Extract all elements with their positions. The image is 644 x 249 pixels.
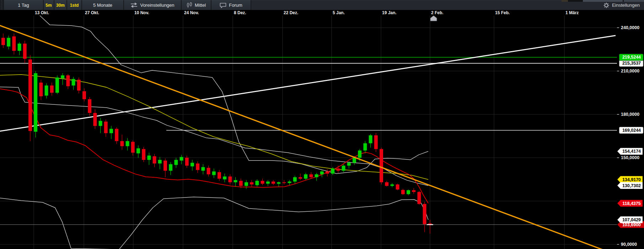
date-label: 13 Okt. [35, 10, 49, 15]
last-price-marker [427, 224, 433, 225]
toolbar-button-label: 30m [56, 3, 65, 8]
candle[interactable] [28, 55, 32, 141]
toolbar-button-label: 5 Monate [93, 2, 112, 8]
svg-text:118,4375: 118,4375 [622, 201, 640, 206]
toolbar-button-forum[interactable]: Forum [211, 0, 251, 10]
candle[interactable] [380, 148, 383, 185]
toolbar-button-range-5monate[interactable]: 5 Monate [82, 0, 124, 10]
price-badge: 219,5244 [619, 54, 643, 61]
candle[interactable] [55, 75, 59, 94]
speech-bubble-icon [220, 2, 226, 8]
candlestick-chart[interactable]: 240,0000210,0000180,0000150,000090,00001… [0, 10, 644, 249]
gear-icon [603, 2, 609, 8]
price-badge: 118,4375 [617, 200, 643, 207]
candle[interactable] [142, 147, 145, 162]
price-badge: 169,0244 [619, 127, 643, 134]
toolbar-button-mittel[interactable]: Mittel [182, 0, 211, 10]
toolbar-button-label: 1std [70, 3, 79, 8]
date-label: 19 Jan. [382, 10, 397, 15]
date-label: 27 Okt. [85, 10, 99, 15]
svg-text:107,0429: 107,0429 [622, 217, 641, 222]
price-label: 240,0000 [621, 25, 639, 30]
date-label: 2 Feb. [431, 10, 444, 15]
price-badge: 215,3537 [619, 60, 643, 67]
date-label: 15 Feb. [495, 10, 510, 15]
svg-text:134,9170: 134,9170 [622, 177, 641, 182]
svg-text:130,7302: 130,7302 [622, 183, 641, 188]
toolbar-button-label: Voreinstellungen [140, 2, 174, 8]
date-label: 22 Dez. [284, 10, 298, 15]
svg-text:154,4174: 154,4174 [622, 149, 641, 154]
price-label: 90,0000 [621, 242, 637, 247]
date-label: 5 Jan. [333, 10, 345, 15]
date-label: 24 Nov. [184, 10, 199, 15]
price-badge: 130,7302 [617, 182, 643, 189]
candle[interactable] [396, 184, 399, 190]
toolbar-button-voreinstellungen[interactable]: Voreinstellungen [124, 0, 182, 10]
candle[interactable] [34, 71, 37, 137]
toolbar-button-label: 1 Tag [18, 2, 29, 8]
price-label: 210,0000 [621, 69, 639, 74]
toolbar-button-tf-5m[interactable]: 5m [44, 0, 54, 10]
toolbar-drag-handle[interactable] [0, 0, 4, 10]
svg-text:219,5244: 219,5244 [622, 55, 641, 60]
toolbar-button-tf-30m[interactable]: 30m [54, 0, 67, 10]
price-label: 180,0000 [621, 112, 639, 117]
trading-app: { "toolbar": { "buttons": [ {"id":"range… [0, 0, 644, 249]
sliders-icon [130, 2, 138, 8]
price-badge: 107,0429 [617, 216, 643, 223]
svg-text:169,0244: 169,0244 [622, 128, 641, 133]
toolbar-button-range-1tag[interactable]: 1 Tag [4, 0, 44, 10]
date-label: 10 Nov. [134, 10, 149, 15]
candle[interactable] [417, 191, 421, 205]
candlestick-icon [187, 2, 192, 8]
date-label: 8 Dez. [234, 10, 246, 15]
settings-label: Einstellungen [612, 2, 640, 8]
svg-text:215,3537: 215,3537 [622, 61, 641, 66]
price-badge: 134,9170 [617, 176, 643, 183]
toolbar-button-label: Forum [229, 2, 242, 8]
toolbar-button-label: 5m [45, 3, 52, 8]
chart-area[interactable]: 240,0000210,0000180,0000150,000090,00001… [0, 10, 644, 249]
toolbar-button-tf-1std[interactable]: 1std [67, 0, 82, 10]
date-label: 1 März [565, 10, 579, 15]
toolbar-spacer [251, 0, 599, 10]
toolbar: 1 Tag5m30m1std5 MonateVoreinstellungenMi… [0, 0, 644, 10]
toolbar-button-label: Mittel [195, 2, 206, 8]
cropped-ui-strip [562, 0, 644, 2]
price-label: 150,0000 [621, 155, 639, 160]
price-badge: 154,4174 [617, 148, 643, 155]
